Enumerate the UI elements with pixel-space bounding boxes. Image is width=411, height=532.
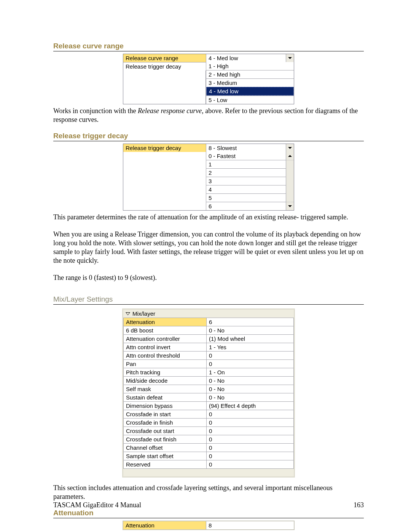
collapse-icon: [126, 312, 130, 315]
rule: [53, 304, 364, 305]
field-value[interactable]: 6: [207, 318, 293, 326]
field-value[interactable]: 0: [207, 435, 293, 443]
field-value[interactable]: 0 - No: [207, 385, 293, 393]
field-label-release-trigger-decay[interactable]: Release trigger decay: [123, 62, 206, 70]
field-label[interactable]: Self mask: [124, 385, 207, 393]
field-value[interactable]: (94) Effect 4 depth: [207, 401, 293, 410]
dropdown-release-trigger-decay[interactable]: 8 - Slowest: [206, 144, 294, 152]
field-label[interactable]: Attenuation: [124, 318, 207, 326]
field-label[interactable]: Dimension bypass: [124, 401, 207, 410]
field-value[interactable]: 0: [207, 410, 293, 418]
field-label[interactable]: Sustain defeat: [124, 393, 207, 401]
field-value[interactable]: 0: [207, 427, 293, 435]
dropdown-list-release-trigger-decay: 0 - Fastest 1 2 3 4 5 6: [206, 152, 294, 210]
field-label[interactable]: Channel offset: [124, 443, 207, 452]
field-value[interactable]: 0: [207, 359, 293, 368]
paragraph: When you are using a Release Trigger dim…: [53, 230, 364, 265]
section-header-mix-layer[interactable]: Mix/layer: [123, 310, 294, 318]
field-label[interactable]: Crossfade in finish: [124, 418, 207, 427]
panel-release-curve-range: Release curve range 4 - Med low Release …: [123, 54, 294, 104]
paragraph: Works in conjunction with the Release re…: [53, 107, 364, 124]
field-value[interactable]: (1) Mod wheel: [207, 334, 293, 343]
heading-mix-layer-settings: Mix/Layer Settings: [53, 295, 364, 304]
field-value[interactable]: 0 - No: [207, 393, 293, 401]
scroll-up-button[interactable]: [286, 152, 294, 160]
dropdown-release-curve-range[interactable]: 4 - Med low: [206, 54, 294, 62]
rule: [53, 141, 364, 141]
field-label[interactable]: Pan: [124, 359, 207, 368]
scroll-track[interactable]: [286, 160, 294, 202]
heading-attenuation: Attenuation: [53, 509, 364, 517]
field-label[interactable]: Crossfade out start: [124, 427, 207, 435]
dropdown-option[interactable]: 3 - Medium: [206, 78, 294, 87]
page-number: 163: [354, 501, 364, 509]
field-label[interactable]: Mid/side decode: [124, 376, 207, 385]
dropdown-option[interactable]: 5: [206, 193, 286, 202]
rule: [53, 51, 364, 51]
field-label[interactable]: Attn control invert: [124, 343, 207, 351]
field-value[interactable]: 0: [207, 418, 293, 427]
scrollbar[interactable]: [286, 152, 294, 210]
chevron-down-icon: [288, 147, 292, 149]
dropdown-option[interactable]: 1: [206, 160, 286, 168]
field-value[interactable]: 1 - On: [207, 368, 293, 376]
dropdown-option[interactable]: 6: [206, 202, 286, 210]
chevron-up-icon: [288, 155, 292, 157]
field-label-release-curve-range[interactable]: Release curve range: [123, 54, 206, 62]
field-label[interactable]: 6 dB boost: [124, 326, 207, 334]
rule: [53, 518, 364, 518]
dropdown-value: 4 - Med low: [206, 54, 286, 62]
field-value[interactable]: 0 - No: [207, 326, 293, 334]
paragraph: This parameter determines the rate of at…: [53, 213, 364, 222]
chevron-down-icon: [288, 57, 292, 59]
field-label[interactable]: Pitch tracking: [124, 368, 207, 376]
dropdown-value: 8 - Slowest: [206, 144, 286, 152]
field-label[interactable]: Reserved: [124, 460, 207, 468]
dropdown-option[interactable]: 0 - Fastest: [206, 152, 286, 160]
field-label[interactable]: Attn control threshold: [124, 351, 207, 359]
field-label[interactable]: Sample start offset: [124, 452, 207, 460]
panel-attenuation: Attenuation 8: [123, 521, 295, 530]
heading-release-curve-range: Release curve range: [53, 42, 364, 50]
field-label[interactable]: Crossfade in start: [124, 410, 207, 418]
field-label[interactable]: Crossfade out finish: [124, 435, 207, 443]
dropdown-button[interactable]: [286, 54, 294, 62]
field-label-release-trigger-decay[interactable]: Release trigger decay: [123, 144, 206, 152]
paragraph: The range is 0 (fastest) to 9 (slowest).: [53, 273, 364, 282]
panel-release-trigger-decay: Release trigger decay 8 - Slowest 0 - Fa…: [123, 144, 294, 211]
field-value[interactable]: 0 - No: [207, 376, 293, 385]
field-value[interactable]: 1 - Yes: [207, 343, 293, 351]
field-value-attenuation[interactable]: 8: [206, 521, 294, 529]
panel-mix-layer: Mix/layer Attenuation6 6 dB boost0 - No …: [122, 308, 295, 478]
dropdown-option[interactable]: 2 - Med high: [206, 70, 294, 78]
dropdown-option[interactable]: 3: [206, 177, 286, 185]
heading-release-trigger-decay: Release trigger decay: [53, 132, 364, 140]
scroll-down-button[interactable]: [286, 202, 294, 210]
dropdown-option[interactable]: 2: [206, 168, 286, 177]
section-title: Mix/layer: [132, 310, 155, 318]
dropdown-option[interactable]: 4: [206, 185, 286, 193]
dropdown-list-release-curve-range: 1 - High 2 - Med high 3 - Medium 4 - Med…: [206, 62, 294, 104]
field-value[interactable]: 0: [207, 452, 293, 460]
dropdown-button[interactable]: [286, 144, 294, 152]
field-label[interactable]: Attenuation controller: [124, 334, 207, 343]
field-value[interactable]: 0: [207, 443, 293, 452]
scroll-thumb[interactable]: [286, 160, 294, 202]
paragraph: This section includes attenuation and cr…: [53, 484, 364, 501]
dropdown-option[interactable]: 5 - Low: [206, 96, 294, 104]
footer-title: TASCAM GigaEditor 4 Manual: [53, 501, 141, 509]
field-label-attenuation[interactable]: Attenuation: [123, 521, 206, 529]
chevron-down-icon: [288, 205, 292, 207]
field-value[interactable]: 0: [207, 460, 293, 468]
dropdown-option[interactable]: 1 - High: [206, 62, 294, 70]
dropdown-option-selected[interactable]: 4 - Med low: [206, 87, 294, 96]
field-value[interactable]: 0: [207, 351, 293, 359]
